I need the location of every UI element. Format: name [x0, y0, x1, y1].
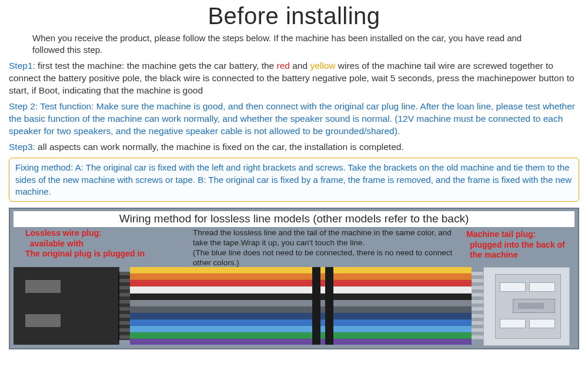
step-3: Step3: all aspects can work normally, th…: [9, 141, 579, 154]
step-2: Step 2: Test function: Make sure the mac…: [9, 101, 579, 138]
wire-orange: [130, 274, 472, 280]
wiring-diagram: [14, 267, 574, 345]
step-2-text: Test function: Make sure the machine is …: [9, 101, 575, 136]
wire-yellow: [130, 267, 472, 274]
right-plug-pins: [472, 272, 485, 340]
step-1-text-a: first test the machine: the machine gets…: [35, 61, 277, 71]
wire-blue: [130, 319, 472, 326]
note-left-c: The original plug is plugged in: [25, 249, 190, 259]
right-plug-hole: [529, 282, 555, 292]
wiring-title: Wiring method for lossless line models (…: [14, 211, 574, 227]
wire-black: [130, 294, 472, 300]
note-left-a: Lossless wire plug:: [25, 228, 190, 239]
wire-red: [130, 280, 472, 286]
wire-purple: [130, 339, 472, 345]
right-plug-hole: [500, 282, 526, 292]
note-right-a: Machine tail plug:: [466, 229, 572, 240]
step-2-label: Step 2:: [9, 101, 38, 111]
wire-white: [130, 286, 472, 293]
tape-wrap: [312, 267, 320, 345]
fixing-method-box: Fixing method: A: The original car is fi…: [9, 158, 579, 202]
left-plug-pins: [118, 272, 131, 340]
wire-gray: [130, 300, 472, 306]
step-3-label: Step3:: [9, 142, 35, 152]
wire-bundle: [130, 267, 472, 345]
note-center-a: Thread the lossless line and the tail of…: [193, 228, 452, 247]
page-title: Before installing: [9, 3, 579, 29]
note-center: Thread the lossless line and the tail of…: [193, 228, 463, 268]
right-plug-hole: [529, 319, 555, 328]
right-plug-hole: [500, 319, 526, 328]
step-1: Step1: first test the machine: the machi…: [9, 60, 579, 97]
left-plug-body: [14, 267, 119, 345]
tape-wrap: [325, 267, 333, 345]
left-plug: [14, 267, 131, 345]
word-red: red: [276, 61, 289, 71]
wiring-body: Lossless wire plug: available with The o…: [14, 228, 574, 345]
left-plug-slot: [25, 280, 61, 293]
step-3-text: all aspects can work normally, the machi…: [35, 142, 404, 152]
note-center-b: (The blue line does not need to be conne…: [193, 248, 452, 267]
note-right-b: plugged into the back of the machine: [470, 240, 572, 261]
note-right: Machine tail plug: plugged into the back…: [466, 229, 572, 261]
fixing-method-text: Fixing method: A: The original car is fi…: [15, 162, 572, 196]
wire-dblue: [130, 313, 472, 319]
wiring-panel: Wiring method for lossless line models (…: [9, 208, 579, 349]
wire-dgray: [130, 306, 472, 313]
note-left-b: available with: [30, 239, 190, 249]
intro-text: When you receive the product, please fol…: [32, 32, 544, 55]
right-plug-latch: [513, 299, 555, 313]
wire-green: [130, 332, 472, 339]
right-plug: [472, 267, 574, 345]
left-plug-slot: [25, 314, 61, 327]
word-yellow: yellow: [310, 61, 335, 71]
step-1-label: Step1:: [9, 61, 35, 71]
wire-lblue: [130, 326, 472, 332]
step-1-text-b: and: [290, 61, 310, 71]
note-left: Lossless wire plug: available with The o…: [25, 228, 190, 259]
